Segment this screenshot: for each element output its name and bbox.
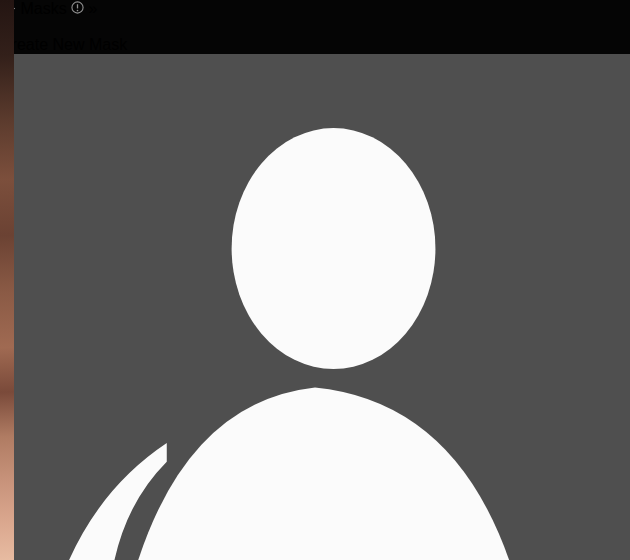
- info-icon[interactable]: [71, 0, 88, 17]
- create-mask-label: Create New Mask: [0, 36, 127, 53]
- mask-thumbnail[interactable]: [0, 54, 630, 560]
- create-mask-plus-button[interactable]: +: [0, 18, 630, 36]
- create-new-mask-row[interactable]: + Create New Mask: [0, 18, 630, 54]
- mask-item[interactable]: Subject Whol...arpen Details: [0, 54, 630, 560]
- lightroom-window: Masks » + Create New Mask Subject Whol..…: [0, 0, 630, 560]
- masks-panel: Masks » + Create New Mask Subject Whol..…: [0, 0, 630, 560]
- background-photo-edge: [0, 0, 14, 560]
- mask-list: Subject Whol...arpen DetailsSubject Whol…: [0, 54, 630, 560]
- masks-panel-header[interactable]: Masks »: [0, 0, 630, 18]
- masks-panel-title: Masks: [20, 0, 66, 17]
- background-photo-gap: [219, 0, 222, 560]
- collapse-panel-icon[interactable]: »: [89, 0, 98, 17]
